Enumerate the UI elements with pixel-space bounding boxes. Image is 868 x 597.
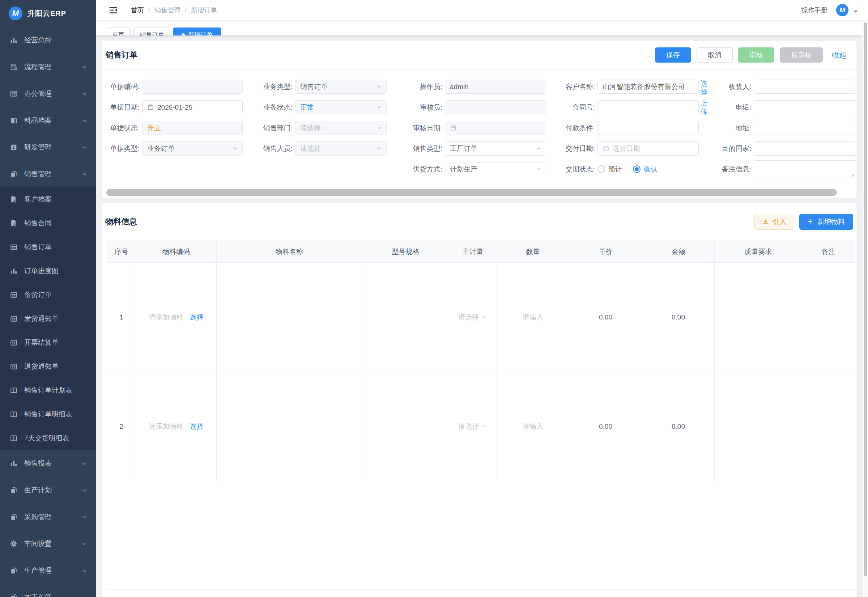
unit-select-cell[interactable]: 请选择 (449, 263, 497, 371)
quality-cell[interactable] (715, 372, 802, 481)
tab-home[interactable]: 首页 (106, 28, 130, 36)
audit-date-input[interactable] (445, 121, 546, 135)
tab-new-order[interactable]: 新增订单 (173, 28, 221, 36)
radio-confirmed-label[interactable]: 确认 (644, 165, 658, 174)
menu-fold-icon[interactable] (108, 6, 118, 15)
doc-type-select[interactable]: 业务订单 (142, 141, 243, 156)
calendar-icon (450, 125, 457, 131)
calendar-icon (603, 145, 609, 152)
chevron-down-icon (81, 64, 87, 70)
save-button[interactable]: 保存 (655, 48, 691, 62)
table-row: 1 请添加物料 选择 请选择 请输入 0.00 0.00 (107, 263, 855, 372)
cancel-button[interactable]: 取消 (696, 48, 733, 62)
sidebar-item-purchase-mgmt[interactable]: 采购管理 (0, 503, 96, 530)
delivery-date-input[interactable]: 选择日期 (597, 141, 699, 156)
qty-input-cell[interactable]: 请输入 (497, 263, 569, 371)
dest-country-input[interactable] (754, 141, 856, 156)
sidebar-item-order-plan-report[interactable]: 销售订单计划表 (0, 379, 96, 402)
manual-link[interactable]: 操作手册 (801, 6, 828, 15)
material-select-link[interactable]: 选择 (190, 313, 204, 322)
price-cell[interactable]: 0.00 (569, 263, 642, 371)
sidebar-item-production-mgmt[interactable]: 生产管理 (0, 557, 96, 584)
sidebar-item-sales-order[interactable]: 销售订单 (0, 235, 96, 259)
remark-cell[interactable] (802, 372, 855, 481)
sidebar-item-sales-contract[interactable]: 销售合同 (0, 211, 96, 235)
quality-cell[interactable] (715, 263, 802, 371)
sidebar-item-7day-delivery-report[interactable]: 7天交货明细表 (0, 426, 96, 450)
sales-type-select[interactable]: 工厂订单 (445, 141, 546, 156)
sidebar-item-rnd-mgmt[interactable]: 研发管理 (0, 134, 96, 160)
receiver-input[interactable] (754, 80, 856, 94)
radio-confirmed[interactable] (633, 165, 640, 173)
breadcrumb-sales-mgmt[interactable]: 销售管理 (154, 6, 181, 15)
radio-expected[interactable] (597, 165, 605, 173)
resize-handle-icon[interactable] (850, 172, 855, 177)
sidebar-item-office-mgmt[interactable]: 办公管理 (0, 80, 96, 107)
sales-dept-select[interactable]: 请选择 (295, 121, 387, 135)
sidebar-item-stock-order[interactable]: 备货订单 (0, 283, 96, 307)
qty-input-cell[interactable]: 请输入 (497, 372, 569, 481)
payment-terms-input[interactable] (597, 121, 699, 135)
active-tab-dot-icon (182, 33, 185, 36)
sidebar-item-invoice-settlement[interactable]: 开票结算单 (0, 331, 96, 355)
sidebar-item-process-mgmt[interactable]: 流程管理 (0, 53, 96, 80)
radio-expected-label[interactable]: 预计 (608, 165, 622, 174)
doc-status-input[interactable]: 开立 (142, 121, 243, 135)
chevron-down-icon (536, 146, 542, 151)
price-cell[interactable]: 0.00 (569, 372, 642, 481)
add-material-button[interactable]: + 新增物料 (799, 214, 853, 230)
tab-sales-order[interactable]: 销售订单 (133, 28, 170, 36)
sidebar-item-production-plan[interactable]: 生产计划 (0, 477, 96, 503)
vertical-scrollbar-thumb[interactable] (864, 22, 867, 576)
phone-input[interactable] (754, 100, 856, 114)
breadcrumb-separator: / (185, 6, 187, 14)
breadcrumb-home[interactable]: 首页 (131, 6, 144, 15)
sidebar-item-return-notice[interactable]: 退货通知单 (0, 355, 96, 379)
sidebar-item-material-archive[interactable]: 料品档案 (0, 107, 96, 134)
breadcrumb-new-order[interactable]: 新增订单 (191, 6, 217, 15)
operator-input[interactable]: admin (445, 80, 546, 94)
material-name-cell[interactable] (217, 372, 362, 481)
sidebar-item-machining-workshop[interactable]: 加工车间 (0, 584, 96, 597)
sidebar-item-business-overview[interactable]: 经营总控 (0, 27, 96, 53)
app-logo[interactable]: M 升阳云ERP (0, 0, 96, 27)
order-actions: 保存 取消 审核 反审核 收起 (655, 48, 846, 62)
unaudit-button[interactable]: 反审核 (780, 48, 823, 62)
sales-person-select[interactable]: 请选择 (295, 141, 387, 156)
collapse-link[interactable]: 收起 (832, 50, 846, 60)
customer-select-link[interactable]: 选择 (701, 79, 708, 96)
user-avatar[interactable]: M (836, 4, 849, 16)
material-name-cell[interactable] (217, 263, 362, 371)
sidebar-item-order-detail-report[interactable]: 销售订单明细表 (0, 402, 96, 426)
material-select-link[interactable]: 选择 (190, 422, 204, 431)
materials-panel: 物料信息 引入 + 新增物料 序号 物料编码 物料名称 (102, 203, 856, 597)
biz-status-select[interactable]: 正常 (295, 100, 387, 114)
contract-no-input[interactable] (597, 100, 699, 114)
caret-down-icon[interactable] (853, 10, 858, 15)
biz-type-select[interactable]: 销售订单 (295, 80, 387, 94)
spec-cell[interactable] (362, 263, 449, 371)
audit-button[interactable]: 审核 (738, 48, 774, 62)
sidebar-item-shipping-notice[interactable]: 发货通知单 (0, 307, 96, 331)
sidebar-item-order-progress[interactable]: 订单进度图 (0, 259, 96, 283)
doc-date-input[interactable]: 2026-01-25 (142, 100, 243, 114)
import-button[interactable]: 引入 (754, 214, 794, 230)
materials-panel-header: 物料信息 引入 + 新增物料 (102, 203, 856, 241)
remark-textarea[interactable] (754, 160, 856, 178)
unit-select-cell[interactable]: 请选择 (449, 372, 497, 481)
supply-mode-select[interactable]: 计划生产 (445, 162, 546, 176)
doc-code-input[interactable] (142, 80, 243, 94)
sidebar-item-sales-report[interactable]: 销售报表 (0, 450, 96, 477)
address-input[interactable] (754, 121, 856, 135)
customer-input[interactable]: 山河智能装备股份有限公司 (597, 80, 699, 94)
horizontal-scrollbar-thumb[interactable] (106, 189, 837, 196)
sidebar-item-customer-archive[interactable]: 客户档案 (0, 187, 96, 211)
sidebar-item-workshop-settings[interactable]: 车间设置 (0, 530, 96, 557)
sidebar-item-sales-mgmt[interactable]: 销售管理 (0, 160, 96, 187)
customer-upload-link[interactable]: 上传 (701, 99, 708, 116)
auditor-input[interactable] (445, 100, 546, 114)
breadcrumb-separator: / (148, 6, 150, 14)
materials-title: 物料信息 (105, 216, 137, 227)
spec-cell[interactable] (362, 372, 449, 481)
remark-cell[interactable] (802, 263, 855, 371)
